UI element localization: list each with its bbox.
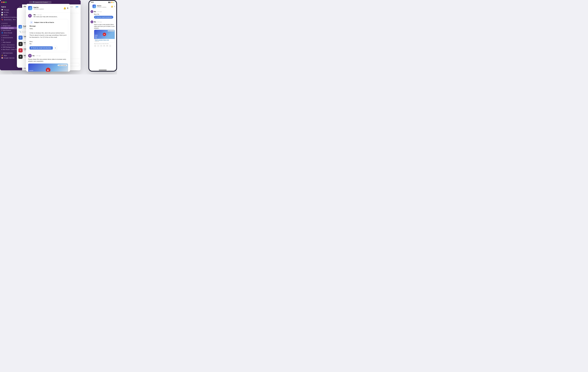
help-message-content: Nic 6 min ago We need your help with int… [33,14,58,18]
mobile-time-1: 6 mins ago [97,11,102,12]
mobile-msg-header-1: N Nic 6 mins ago [91,10,115,13]
back-button[interactable]: ‹ [91,5,91,7]
mobile-linkedin[interactable]: in [94,45,96,47]
battery-icon: 🔋 [113,2,115,3]
mobile-create-badge: Create an account [108,30,114,31]
mobile-twitter[interactable]: 𝕏 [100,45,102,47]
mobile-avatar-2: N [91,21,93,23]
window-controls [1,1,7,3]
workspace-name[interactable]: fual.io [1,6,6,8]
mobile-info-icon[interactable]: ℹ [114,5,115,7]
mentions-icon: @ [1,16,3,18]
search-label: Search NO Product [35,1,48,3]
mobile-video-info: fual.io product demo (v1) youtu.be [94,39,115,43]
nic-demo-author: Nic [32,55,35,56]
mobile-play-btn[interactable]: ▶ [103,33,106,36]
email-detail-panel: ƒ fual.io #investor-updates 🔔 ℹ N Nic 6 … [26,4,70,72]
info-icon[interactable]: ℹ [67,7,68,9]
dm-icon-bea: ● [1,49,2,50]
video-play-button[interactable]: ▶ [46,68,51,72]
mobile-whatsapp[interactable]: ✆ [103,45,105,47]
mentions-label: Mentions & reactions [3,16,17,18]
mobile-avatar-1: N [91,10,93,13]
mobile-msg-header-2: N Nic 6 mins ago [91,21,115,23]
drafts-label: Drafts [4,14,8,16]
signal-icon: ▌▌▌ [108,2,111,3]
create-account-badge: Create an account [58,65,67,66]
mobile-time: 9:41 [91,1,94,3]
minimize-dot[interactable] [3,1,5,3]
ch-icon-pr: # [1,39,2,41]
search-icon-chat: 🔍 [19,31,21,33]
send-icon: ✉ [31,47,32,49]
saved-icon: 🔖 [1,19,3,21]
email-body-text: I'd like to introduce Nic, who's the per… [30,32,66,38]
email-panel-header: ƒ fual.io #investor-updates 🔔 ℹ [26,4,70,12]
title-search[interactable]: 🔍 Search NO Product [29,1,52,3]
close-dot[interactable] [1,1,3,3]
email-panel-body: N Nic 6 min ago We need your help with i… [26,12,70,72]
mobile-send-btn[interactable]: ✉ Send an email introduction [94,16,113,19]
email-message-label: Message: [30,25,67,27]
nic-demo-avatar: N [28,54,32,57]
email-envelope-icon: ✉ [30,21,33,24]
mobile-demo-message: N Nic 6 mins ago Here's a new a new prod… [91,21,115,47]
mobile-video-overlay: Investorupdates,madesimple. [95,35,98,38]
video-card-email: Investorupdates,madesimple. ▶ Create an … [28,63,68,72]
chat-avatar-48: F [19,48,23,53]
mobile-channel-name: fual.io [97,5,110,7]
email-subject-section: ✉ Subject: Intro to Nic at fual.io [30,21,67,24]
help-text: We need your help with introductions.. [33,16,58,17]
user-icon: 👤 [1,32,3,33]
copy-button[interactable]: ⧉ [53,46,57,50]
mobile-email-share[interactable]: ✉ [106,45,108,47]
email-action-row: ✉ Send an email introduction ⧉ [30,45,67,50]
email-signoff: Best, [30,41,33,42]
notification-icon[interactable]: 🔔 [63,7,66,9]
investor-updates-label: investor-updates [3,27,14,29]
email-panel-logo: ƒ [28,6,32,10]
chat-avatar-fual: ƒ [19,35,23,40]
mobile-nav-icons: 🔔 ℹ [111,5,115,7]
saved-label: Saved items [4,19,12,21]
mobile-intro-text: Best, Nic [94,13,115,15]
edit-icon[interactable]: ✏ [20,6,21,8]
channel-hash-icon: # [1,25,2,26]
nic-demo-header: N Nic 1 min ago [28,54,68,57]
mobile-demo-text: Here's a new a new product demo video we… [94,24,115,29]
send-intro-button[interactable]: ✉ Send an email introduction [30,46,53,50]
threads-label: Threads [4,9,9,11]
mobile-video-domain: youtu.be [95,41,114,42]
mobile-messages: N Nic 6 mins ago Best, Nic ✉ Send an ema… [89,9,116,66]
email-subject-text: Subject: Intro to Nic at fual.io [34,22,54,23]
mobile-send-icon: ✉ [95,17,96,18]
ch-icon: # [1,37,2,38]
titlebar: 🔍 Search NO Product [0,0,81,4]
mobile-bell-icon[interactable]: 🔔 [111,5,113,7]
mobile-channel-info: fual.io #investor-updates [97,5,110,8]
help-time: 6 min ago [37,14,42,15]
more-label: More [13,19,16,20]
search-icon: 🔍 [33,1,35,3]
mobile-share-icons: in f 𝕏 ✆ ✉ ☺ [94,45,115,47]
mobile-panel: 9:41 ▌▌▌ 📶 🔋 ‹ ƒ fual.io #investor-updat… [88,0,117,72]
mobile-video-card: Investorupdates,madesimple. ▶ Create an … [94,30,115,43]
maximize-dot[interactable] [5,1,7,3]
add-channel-icon: + [1,42,2,43]
mobile-author-2: Nic [94,21,96,23]
elena-label: Elena Nowak [4,32,12,33]
mobile-facebook[interactable]: f [97,45,99,47]
mobile-video-thumb: Investorupdates,madesimple. ▶ Create an … [94,30,115,39]
nic-demo-message: N Nic 1 min ago Please share this new pr… [28,54,68,62]
dm-icon-will: ● [1,46,2,48]
mobile-status-bar: 9:41 ▌▌▌ 📶 🔋 [89,1,116,4]
email-signature: Nic [30,43,32,44]
apps-label: Apps [4,55,7,56]
mobile-channel-sub: #investor-updates [97,7,110,8]
mobile-emoji-share[interactable]: ☺ [109,45,111,47]
chat-avatar-np2: N [19,55,23,59]
video-overlay-label: Investorupdates,madesimple. [29,70,33,72]
add-channel-label: Add channel [3,42,11,43]
pr-label: pr [3,39,4,41]
chat-list-logo: ƒ [19,25,22,29]
